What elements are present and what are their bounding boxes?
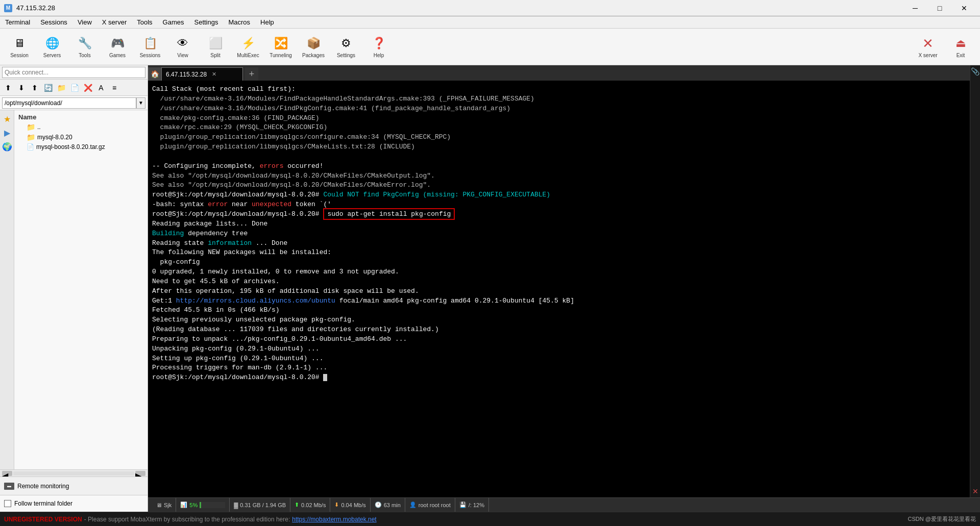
menu-tools[interactable]: Tools [132,16,157,28]
term-line-need-get: Need to get 45.5 kB of archives. [152,277,966,287]
download-text: 0.04 Mb/s [341,502,365,508]
tab-home-btn[interactable]: 🏠 [148,67,161,81]
exit-label: Exit [957,53,965,58]
follow-terminal-checkbox[interactable] [4,500,11,507]
menu-games[interactable]: Games [158,16,189,28]
tool-servers[interactable]: 🌐 Servers [37,31,67,63]
sidebar-refresh-btn[interactable]: 🔄 [42,82,54,94]
multiexec-icon: ⚡ [240,35,256,52]
servers-label: Servers [43,53,61,58]
sidebar-newfile-btn[interactable]: 📄 [68,82,81,94]
close-button[interactable]: ✕ [952,0,976,16]
menu-terminal[interactable]: Terminal [0,16,35,28]
right-edge-icon2[interactable]: ✕ [972,487,978,495]
term-line-prompt: root@Sjk:/opt/mysql/download/mysql-8.0.2… [152,373,966,383]
tool-exit[interactable]: ⏏ Exit [945,31,976,63]
sidebar: ⬆ ⬇ ⬆ 🔄 📁 📄 ❌ A ≡ ▼ ★ ▶ 🌍 Name [0,65,148,512]
path-input[interactable] [2,97,136,109]
sidebar-newfolder-btn[interactable]: 📁 [55,82,67,94]
menu-sessions[interactable]: Sessions [35,16,72,28]
tool-packages[interactable]: 📦 Packages [298,31,329,63]
folder-up-icon: 📁 [27,123,35,131]
folder-mysql-icon: 📁 [27,133,35,141]
upload-icon: ⬆ [295,502,299,508]
memory-icon: ▓ [234,502,238,508]
term-line-cmake6: plugin/group_replication/libmysqlgcs/CMa… [152,142,966,152]
quick-connect-input[interactable] [2,67,145,78]
help-label: Help [374,53,384,58]
tree-header: Name [14,112,148,122]
sidebar-delete-btn[interactable]: ❌ [82,82,94,94]
terminal-content[interactable]: Call Stack (most recent call first): /us… [148,81,970,497]
tool-multiexec[interactable]: ⚡ MultiExec [233,31,263,63]
mobatek-link[interactable]: https://mobaxterm.mobatek.net [292,516,376,523]
menu-macros[interactable]: Macros [223,16,255,28]
settings-label: Settings [337,53,355,58]
menu-settings[interactable]: Settings [189,16,224,28]
bottom-bar: UNREGISTERED VERSION - Please support Mo… [0,512,980,526]
minimize-button[interactable]: ─ [903,0,927,16]
sidebar-menu-btn[interactable]: ≡ [108,82,120,94]
sidebar-down-btn[interactable]: ⬇ [15,82,28,94]
sidebar-arrow-icon[interactable]: ▶ [4,128,10,138]
term-line-reading-db: (Reading database ... 117039 files and d… [152,325,966,335]
term-line-reading-pkg: Reading package lists... Done [152,219,966,229]
session-label: Session [10,53,29,58]
terminal-tab[interactable]: 6.47.115.32.28 ✕ [161,67,243,81]
tool-games[interactable]: 🎮 Games [102,31,133,63]
packages-icon: 📦 [305,35,322,52]
remote-monitoring-btn[interactable]: ▬ Remote monitoring [0,477,148,495]
session-icon: 🖥 [11,35,28,52]
menu-view[interactable]: View [72,16,97,28]
term-line-cmake1: /usr/share/cmake-3.16/Modules/FindPackag… [152,94,966,104]
path-dropdown[interactable]: ▼ [136,97,145,109]
term-line-get1: Get:1 http://mirrors.cloud.aliyuncs.com/… [152,296,966,306]
tool-session[interactable]: 🖥 Session [4,31,35,63]
tree-item-mysql[interactable]: 📁 mysql-8.0.20 [14,132,148,142]
menu-bar: Terminal Sessions View X server Tools Ga… [0,16,980,29]
tree-item-mysql-label: mysql-8.0.20 [37,134,72,141]
upload-text: 0.02 Mb/s [301,502,326,508]
status-disk: 💾 /: 12% [455,498,489,512]
tree-item-tarball-label: mysql-boost-8.0.20.tar.gz [36,143,105,151]
tab-add-btn[interactable]: + [245,67,258,81]
sidebar-home-btn[interactable]: ⬆ [29,82,41,94]
sessions-icon: 📋 [142,35,158,52]
term-line-reading-state: Reading state information ... Done [152,239,966,248]
sidebar-star-icon[interactable]: ★ [4,114,11,124]
sidebar-up-btn[interactable]: ⬆ [2,82,14,94]
right-edge-icon1[interactable]: 📎 [971,67,979,76]
tool-settings[interactable]: ⚙ Settings [331,31,361,63]
file-tarball-icon: 📄 [27,143,34,151]
term-line-callstack: Call Stack (most recent call first): [152,85,966,94]
window-title: 47.115.32.28 [16,4,55,12]
sidebar-scroll-left[interactable]: ◀ [2,471,12,476]
view-icon: 👁 [175,35,191,52]
tree-item-tarball[interactable]: 📄 mysql-boost-8.0.20.tar.gz [14,142,148,152]
tool-tools[interactable]: 🔧 Tools [69,31,100,63]
tools-label: Tools [79,53,90,58]
sidebar-rename-btn[interactable]: A [95,82,107,94]
term-line-fetched: Fetched 45.5 kB in 0s (466 kB/s) [152,306,966,315]
hostname-icon: 🖥 [156,502,162,508]
menu-xserver[interactable]: X server [97,16,132,28]
term-line-preparing: Preparing to unpack .../pkg-config_0.29.… [152,335,966,344]
sessions-label: Sessions [140,53,161,58]
sidebar-scroll-right[interactable]: ▶ [135,471,145,476]
games-label: Games [109,53,126,58]
tool-tunneling[interactable]: 🔀 Tunneling [265,31,296,63]
tool-view[interactable]: 👁 View [167,31,198,63]
maximize-button[interactable]: □ [928,0,951,16]
tree-item-parent[interactable]: 📁 .. [14,122,148,132]
servers-icon: 🌐 [44,35,60,52]
tool-sessions[interactable]: 📋 Sessions [135,31,165,63]
xserver-label: X server [918,53,937,58]
tool-help[interactable]: ❓ Help [363,31,394,63]
status-download: ⬇ 0.04 Mb/s [330,498,370,512]
tool-xserver[interactable]: ✕ X server [913,31,943,63]
tool-split[interactable]: ⬜ Split [200,31,231,63]
tab-close-btn[interactable]: ✕ [212,71,216,78]
sidebar-globe-icon[interactable]: 🌍 [2,142,12,152]
menu-help[interactable]: Help [255,16,279,28]
bottom-right-text: CSDN @爱里看花花里看花 [908,515,976,523]
